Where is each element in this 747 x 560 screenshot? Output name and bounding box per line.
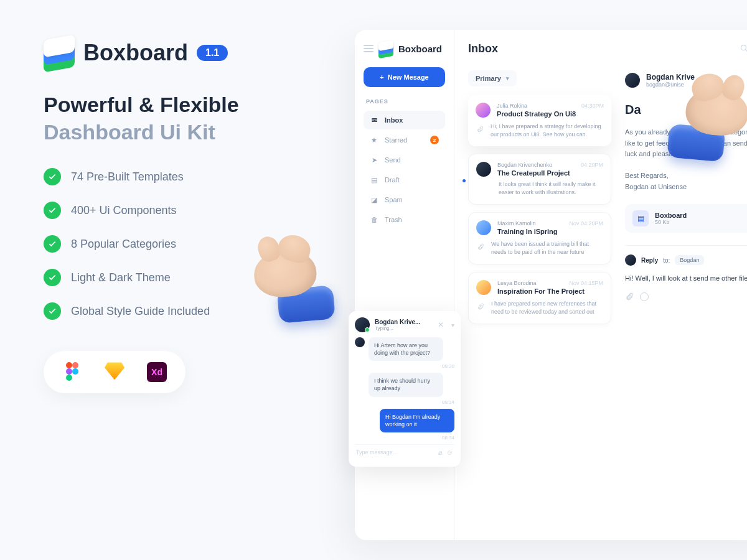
new-message-button[interactable]: + New Mesage <box>364 67 445 87</box>
chat-status: Typing... <box>375 325 433 331</box>
timestamp: Nov 04:20PM <box>569 220 603 226</box>
attachment[interactable]: ▤ Boxboard 50 Kb <box>625 204 747 233</box>
sender: Maxim Kamolin <box>497 220 536 226</box>
trash-icon: 🗑 <box>370 215 378 224</box>
nav-send[interactable]: ➤ Send <box>364 151 445 169</box>
content: Inbox Search Primary ▾ Julia Rokina04:30… <box>454 30 747 540</box>
check-icon <box>44 202 61 219</box>
feature-list: 74 Pre-Built Templates 400+ Ui Component… <box>44 168 317 320</box>
message-card[interactable]: Bogdan Krivenchenko04:29PM The Createpul… <box>468 154 611 205</box>
version-badge: 1.1 <box>197 45 228 61</box>
nav-draft[interactable]: ▤ Draft <box>364 170 445 189</box>
sender: Bogdan Krivenchenko <box>497 162 552 168</box>
feature-item: 400+ Ui Components <box>44 202 317 219</box>
tools-pill: Xd <box>44 351 186 393</box>
nav-label: Trash <box>385 216 402 223</box>
nav-label: Inbox <box>385 116 403 124</box>
sender: Julia Rokina <box>497 103 527 109</box>
timestamp: Nov 04:15PM <box>569 280 603 286</box>
from-email: bogdan@unise <box>646 82 695 88</box>
signoff: Bogdan at Unisense <box>625 181 747 193</box>
pages-label: PAGES <box>364 98 445 105</box>
app-brand: Boxboard <box>398 44 442 54</box>
emoji-icon[interactable]: ☺ <box>446 449 453 456</box>
search-input[interactable]: Search <box>740 44 747 54</box>
chat-input[interactable]: Type message... ⌀ ☺ <box>355 444 454 460</box>
message-list: Primary ▾ Julia Rokina04:30PM Product St… <box>468 70 611 332</box>
emoji-icon[interactable] <box>640 292 649 301</box>
star-icon: ★ <box>370 136 378 144</box>
avatar <box>625 73 640 88</box>
feature-text: 74 Pre-Built Templates <box>71 170 184 184</box>
message-card[interactable]: Julia Rokina04:30PM Product Strategy On … <box>468 95 611 146</box>
check-icon <box>44 302 61 320</box>
reply-to-name: Bogdan <box>675 255 704 265</box>
envelope-icon: ✉ <box>370 116 378 124</box>
page-title: Inbox <box>468 42 498 55</box>
feature-item: 74 Pre-Built Templates <box>44 168 317 185</box>
detail-subject: Da <box>625 103 747 117</box>
check-icon <box>44 235 61 253</box>
feature-text: 400+ Ui Components <box>71 204 177 217</box>
feature-text: Global Style Guide Included <box>71 305 210 318</box>
subject: Inspiration For The Project <box>497 287 603 295</box>
nav-spam[interactable]: ◪ Spam <box>364 190 445 209</box>
chat-time: 08:30 <box>355 363 454 369</box>
chat-bubble: I think we should hurry up already <box>369 373 443 396</box>
headline: Powerful & Flexible Dashboard Ui Kit <box>44 91 317 146</box>
avatar <box>625 254 636 266</box>
from-name: Bogdan Krive <box>646 73 695 82</box>
nav-list: ✉ Inbox ★ Starred 2 ➤ Send ▤ Draft ◪ Spa… <box>364 111 445 229</box>
close-icon[interactable]: ✕ <box>438 320 444 329</box>
timestamp: 04:29PM <box>581 162 603 168</box>
nav-inbox[interactable]: ✉ Inbox <box>364 111 445 129</box>
attachment-icon <box>476 125 484 134</box>
chat-bubble-self: Hi Bogdan I'm already working on it <box>380 409 454 432</box>
figma-icon <box>62 362 82 382</box>
subject: Training In iSpring <box>497 228 603 235</box>
avatar <box>476 162 491 177</box>
feature-item: Global Style Guide Included <box>44 302 317 320</box>
preview: We have been issued a training bill that… <box>491 240 603 256</box>
preview: It looks great I think it will really ma… <box>499 180 603 197</box>
hamburger-icon[interactable] <box>364 45 374 52</box>
check-icon <box>44 168 61 185</box>
nav-label: Spam <box>385 196 403 203</box>
message-card[interactable]: Maxim KamolinNov 04:20PM Training In iSp… <box>468 212 611 264</box>
draft-icon: ▤ <box>370 175 378 184</box>
file-icon: ▤ <box>632 210 649 226</box>
check-icon <box>44 269 61 286</box>
chat-placeholder: Type message... <box>356 449 435 455</box>
timestamp: 04:30PM <box>581 103 604 109</box>
reply-text[interactable]: Hi! Well, I will look at t send me other… <box>625 273 747 284</box>
svg-point-0 <box>741 45 746 50</box>
avatar <box>355 337 365 347</box>
brand-row: Boxboard 1.1 <box>44 37 317 68</box>
nav-label: Send <box>385 156 401 164</box>
attach-icon[interactable]: ⌀ <box>438 449 443 457</box>
chat-name: Bogdan Krive... <box>375 319 433 325</box>
app-logo <box>378 41 393 56</box>
reply-box: Reply to: Bogdan Hi! Well, I will look a… <box>625 245 747 304</box>
sender: Lesya Borodina <box>497 280 537 286</box>
attachment-icon <box>476 243 485 251</box>
preview: I have prepared some new references that… <box>491 300 603 316</box>
avatar <box>476 220 491 235</box>
avatar <box>355 317 370 332</box>
attachment-size: 50 Kb <box>655 219 687 225</box>
attach-icon[interactable] <box>625 292 634 304</box>
plus-icon: + <box>380 73 383 81</box>
chevron-down-icon[interactable]: ▾ <box>451 322 454 329</box>
chat-bubble: Hi Artem how are you doing with the proj… <box>369 337 443 361</box>
reply-label: Reply <box>641 257 658 264</box>
attachment-icon <box>476 302 485 311</box>
headline-line2: Dashboard Ui Kit <box>44 118 317 146</box>
nav-starred[interactable]: ★ Starred 2 <box>364 131 445 149</box>
reply-to-label: to: <box>663 257 670 264</box>
nav-trash[interactable]: 🗑 Trash <box>364 210 445 229</box>
detail-body: As you already know, you a new category … <box>625 127 747 160</box>
message-card[interactable]: Lesya BorodinaNov 04:15PM Inspiration Fo… <box>468 272 611 324</box>
filter-dropdown[interactable]: Primary ▾ <box>468 70 517 86</box>
message-detail: Bogdan Krive bogdan@unise Da As you alre… <box>625 70 747 332</box>
brand-name: Boxboard <box>83 40 188 66</box>
